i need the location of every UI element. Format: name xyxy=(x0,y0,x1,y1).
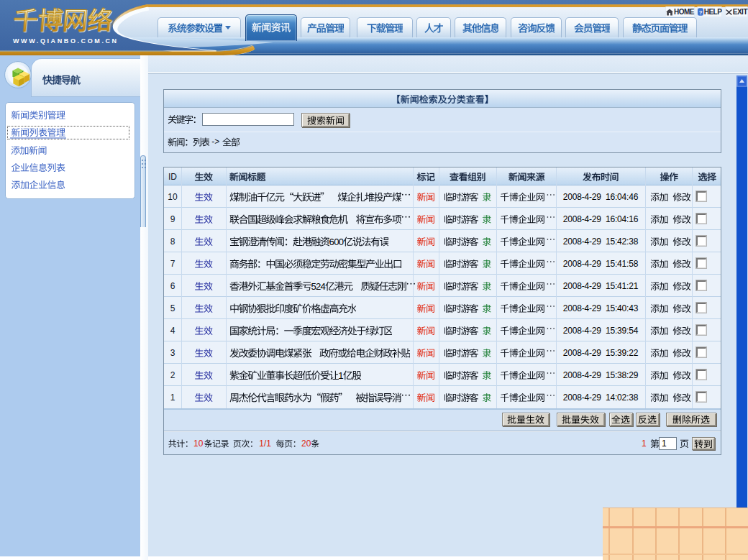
svg-text:0: 0 xyxy=(338,237,343,247)
svg-text:0: 0 xyxy=(334,237,339,247)
svg-text:1: 1 xyxy=(338,370,343,380)
svg-text:6: 6 xyxy=(329,237,334,247)
svg-text:2: 2 xyxy=(315,281,320,291)
svg-text:4: 4 xyxy=(320,281,325,291)
svg-text:?: ? xyxy=(698,9,702,16)
svg-text:5: 5 xyxy=(311,281,316,291)
